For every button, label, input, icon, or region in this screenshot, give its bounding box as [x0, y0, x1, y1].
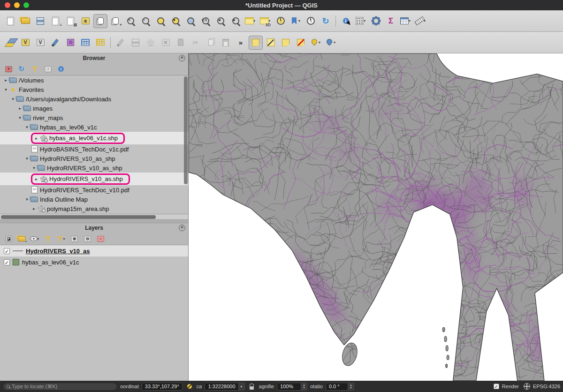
zoom-out-icon[interactable]: − [138, 14, 152, 28]
new-print-layout-icon[interactable]: ≡ [48, 14, 62, 28]
crs-value[interactable]: EPSG:4326 [533, 384, 560, 389]
coordinate-capture-icon[interactable] [185, 382, 194, 391]
browser-horizontal-scrollbar[interactable] [0, 214, 188, 219]
browser-item-favorites[interactable]: ▾Favorites [0, 85, 188, 94]
zoom-last-icon[interactable]: ◂ [213, 14, 228, 28]
select-features-icon[interactable]: ▾ [354, 14, 368, 28]
add-mesh-layer-icon[interactable] [93, 36, 107, 50]
expand-arrow-icon[interactable]: ▾ [24, 125, 30, 129]
add-feature-icon[interactable] [144, 36, 158, 50]
layer-item-hybas-as-lev06-v1c[interactable]: ✓hybas_as_lev06_v1c [0, 256, 188, 268]
temporal-controller-icon[interactable] [274, 14, 288, 28]
new-shapefile-layer-icon[interactable]: V [33, 36, 47, 50]
magnifier-spinner[interactable]: ▲▼ [301, 383, 307, 391]
pan-map-icon[interactable] [93, 14, 107, 28]
statistical-summary-icon[interactable] [384, 14, 398, 28]
show-layout-manager-icon[interactable]: ⊞ [63, 14, 77, 28]
new-virtual-layer-icon[interactable] [63, 36, 77, 50]
zoom-next-icon[interactable]: ▸ [228, 14, 243, 28]
line-annotation-icon[interactable] [264, 36, 278, 50]
browser-item-hybas-as-lev06-v1c[interactable]: ▾hybas_as_lev06_v1c [0, 122, 188, 132]
filter-browser-icon[interactable] [30, 64, 40, 74]
expand-arrow-icon[interactable]: ▾ [24, 197, 30, 202]
copy-features-icon[interactable] [204, 36, 218, 50]
toolbar-overflow-icon[interactable] [234, 36, 248, 50]
identify-features-icon[interactable] [339, 14, 353, 28]
refresh-map-icon[interactable] [319, 14, 333, 28]
layer-visibility-checkbox[interactable]: ✓ [4, 248, 10, 254]
expand-arrow-icon[interactable]: ▸ [31, 206, 37, 211]
browser-item-india-outline-map[interactable]: ▾India Outline Map [0, 195, 188, 204]
move-label-icon[interactable]: ▾ [324, 36, 338, 50]
measure-icon[interactable]: ▾ [414, 14, 428, 28]
browser-item-hydrorivers-v10-as-shp[interactable]: ▾HydroRIVERS_v10_as_shp [0, 154, 188, 163]
toggle-annotations-icon[interactable] [294, 36, 308, 50]
browser-item-hydrobasins-techdoc-v1c-pdf[interactable]: HydroBASINS_TechDoc_v1c.pdf [0, 144, 188, 154]
open-attribute-table-icon[interactable]: ▾ [399, 14, 413, 28]
layer-item-hydrorivers-v10-as[interactable]: ✓HydroRIVERS_v10_as [0, 245, 188, 256]
locate-input[interactable] [12, 384, 114, 389]
add-favorite-icon[interactable]: + [3, 64, 14, 74]
style-manager-icon[interactable]: a [78, 14, 92, 28]
text-annotation-icon[interactable] [279, 36, 293, 50]
paste-features-icon[interactable] [219, 36, 233, 50]
map-canvas[interactable] [189, 53, 563, 381]
coordinate-value[interactable]: 33.33°,107.29° [142, 383, 183, 391]
new-project-icon[interactable] [3, 14, 17, 28]
locate-search[interactable] [3, 383, 117, 391]
cut-features-icon[interactable] [189, 36, 203, 50]
remove-layer-icon[interactable]: − [95, 234, 106, 244]
collapse-all-icon[interactable]: ↑ [43, 64, 53, 74]
expand-arrow-icon[interactable]: ▾ [24, 156, 30, 161]
browser-item-volumes[interactable]: ▸/Volumes [0, 75, 188, 85]
layer-styling-icon[interactable]: ◪ [3, 234, 14, 244]
zoom-full-extent-icon[interactable] [153, 14, 167, 28]
browser-item-hydrorivers-v10-as-shp[interactable]: ▸HydroRIVERS_v10_as.shp [0, 173, 188, 185]
save-layer-edits-icon[interactable] [129, 36, 143, 50]
layer-visibility-checkbox[interactable]: ✓ [4, 259, 10, 265]
browser-properties-icon[interactable] [56, 64, 66, 74]
zoom-to-selection-icon[interactable]: ● [168, 14, 183, 28]
zoom-to-layer-icon[interactable] [183, 14, 198, 28]
expand-arrow-icon[interactable]: ▾ [31, 166, 37, 170]
magnifier-combo[interactable]: 100% ▲▼ [277, 383, 307, 391]
new-map-view-icon[interactable]: ▾ [243, 14, 258, 28]
zoom-native-resolution-icon[interactable]: 1:1 [198, 14, 213, 28]
expand-arrow-icon[interactable]: ▾ [3, 87, 9, 92]
browser-item-polymap15m-area-shp[interactable]: ▸polymap15m_area.shp [0, 204, 188, 213]
save-project-icon[interactable] [33, 14, 47, 28]
browser-item-hydrorivers-v10-as-shp[interactable]: ▾HydroRIVERS_v10_as_shp [0, 163, 188, 173]
expand-arrow-icon[interactable]: ▸ [3, 78, 9, 83]
expand-arrow-icon[interactable]: ▾ [17, 115, 23, 120]
expand-arrow-icon[interactable]: ▸ [17, 106, 23, 111]
open-project-icon[interactable] [18, 14, 32, 28]
add-wms-layer-icon[interactable] [78, 36, 92, 50]
scale-combo[interactable]: 1:32228000 ▼ [205, 383, 244, 391]
select-annotation-icon[interactable] [249, 36, 263, 50]
new-spatial-bookmark-icon[interactable]: ▾ [289, 14, 303, 28]
scale-dropdown-icon[interactable]: ▼ [239, 383, 245, 391]
close-layers-panel-icon[interactable]: ✕ [179, 225, 185, 231]
pin-labels-icon[interactable]: ▾ [309, 36, 323, 50]
toggle-editing-icon[interactable] [114, 36, 128, 50]
panel-splitter[interactable] [0, 219, 188, 223]
browser-item-users-ujavalgandhi-downloads[interactable]: ▾/Users/ujavalgandhi/Downloads [0, 94, 188, 104]
filter-legend-expression-icon[interactable]: ▾ [56, 234, 66, 244]
render-checkbox[interactable]: ✓ [494, 384, 499, 389]
vertex-tool-icon[interactable]: ✕ [159, 36, 173, 50]
filter-legend-icon[interactable] [43, 234, 53, 244]
zoom-in-icon[interactable]: + [123, 14, 137, 28]
browser-item-images[interactable]: ▸images [0, 104, 188, 113]
new-geopackage-layer-icon[interactable] [48, 36, 62, 50]
lock-scale-icon[interactable] [248, 382, 256, 391]
expand-arrow-icon[interactable]: ▸ [33, 177, 39, 181]
pan-to-selection-icon[interactable]: + [108, 14, 122, 28]
add-group-icon[interactable]: + [16, 234, 27, 244]
add-vector-layer-icon[interactable]: V [18, 36, 32, 50]
expand-arrow-icon[interactable]: ▾ [10, 97, 16, 101]
browser-item-hybas-as-lev06-v1c-shp[interactable]: ▸hybas_as_lev06_v1c.shp [0, 132, 188, 144]
rotation-combo[interactable]: 0.0 ° ▲▼ [326, 383, 354, 391]
browser-vertical-scrollbar[interactable] [184, 76, 188, 184]
browser-item-hydrorivers-techdoc-v10-pdf[interactable]: HydroRIVERS_TechDoc_v10.pdf [0, 185, 188, 195]
processing-toolbox-icon[interactable] [369, 14, 383, 28]
